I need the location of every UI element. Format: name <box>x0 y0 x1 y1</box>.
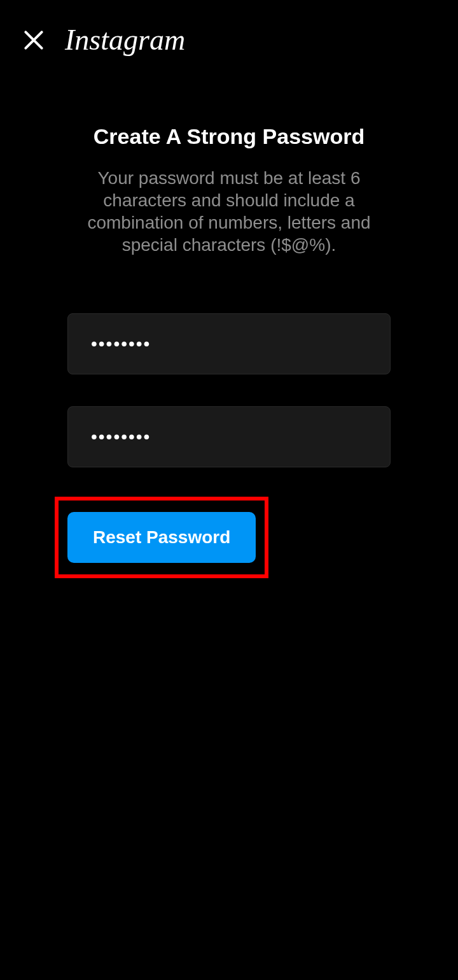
page-title: Create A Strong Password <box>67 124 391 149</box>
password-requirements-text: Your password must be at least 6 charact… <box>67 167 391 256</box>
new-password-input[interactable] <box>67 313 391 374</box>
main-content: Create A Strong Password Your password m… <box>0 124 458 578</box>
reset-password-button[interactable]: Reset Password <box>67 512 256 563</box>
close-icon[interactable] <box>22 28 46 52</box>
confirm-password-input[interactable] <box>67 406 391 467</box>
instagram-logo: Instagram <box>65 23 185 57</box>
highlight-annotation: Reset Password <box>55 497 268 578</box>
header: Instagram <box>0 0 458 80</box>
